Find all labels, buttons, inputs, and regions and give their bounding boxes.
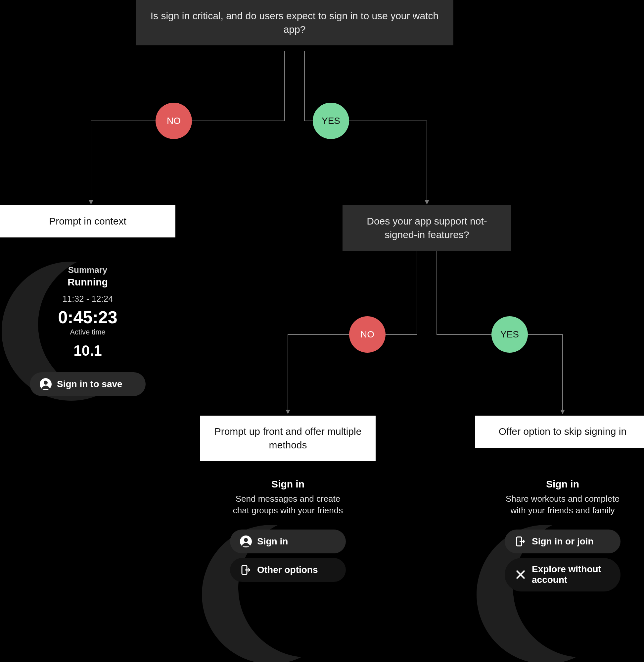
activity-name: Running — [22, 277, 154, 288]
duration: 0:45:23 — [22, 307, 154, 327]
branch-no-1: NO — [156, 103, 192, 139]
leaf-skip: Offer option to skip signing in — [475, 416, 644, 448]
other-options-chip[interactable]: Other options — [230, 558, 346, 582]
decision-q1: Is sign in critical, and do users expect… — [136, 0, 453, 45]
screen-title: Sign in — [497, 479, 629, 490]
screen-title: Sign in — [222, 479, 354, 490]
leaf-prompt-context: Prompt in context — [0, 205, 176, 238]
chip-label: Sign in — [257, 536, 288, 547]
close-icon — [514, 569, 527, 580]
chip-label: Explore without account — [532, 564, 611, 585]
watch-mock-context: Summary Running 11:32 - 12:24 0:45:23 Ac… — [22, 265, 154, 396]
chip-label: Other options — [257, 565, 318, 575]
watch-mock-upfront: Sign in Send messages and create chat gr… — [222, 479, 354, 582]
signin-chip[interactable]: Sign in — [230, 530, 346, 553]
chip-label: Sign in or join — [532, 536, 594, 547]
leaf-prompt-upfront: Prompt up front and offer multiple metho… — [200, 416, 376, 461]
decision-q2: Does your app support not-signed-in feat… — [343, 205, 511, 251]
screen-desc: Share workouts and complete with your fr… — [497, 493, 629, 516]
signin-join-chip[interactable]: Sign in or join — [505, 530, 621, 553]
svg-point-3 — [244, 538, 248, 542]
account-circle-icon — [240, 535, 252, 547]
chip-label: Sign in to save — [57, 379, 122, 390]
time-range: 11:32 - 12:24 — [22, 294, 154, 304]
signin-save-chip[interactable]: Sign in to save — [30, 372, 146, 396]
branch-no-2: NO — [349, 316, 386, 353]
watch-mock-skip: Sign in Share workouts and complete with… — [497, 479, 629, 592]
explore-chip[interactable]: Explore without account — [505, 558, 621, 591]
svg-point-1 — [44, 381, 48, 385]
login-icon — [514, 535, 527, 547]
screen-desc: Send messages and create chat groups wit… — [222, 493, 354, 516]
login-icon — [240, 564, 252, 576]
account-circle-icon — [40, 378, 52, 390]
branch-yes-1: YES — [313, 103, 349, 139]
duration-label: Active time — [22, 328, 154, 336]
summary-label: Summary — [22, 265, 154, 275]
distance: 10.1 — [22, 343, 154, 359]
branch-yes-2: YES — [491, 316, 528, 353]
